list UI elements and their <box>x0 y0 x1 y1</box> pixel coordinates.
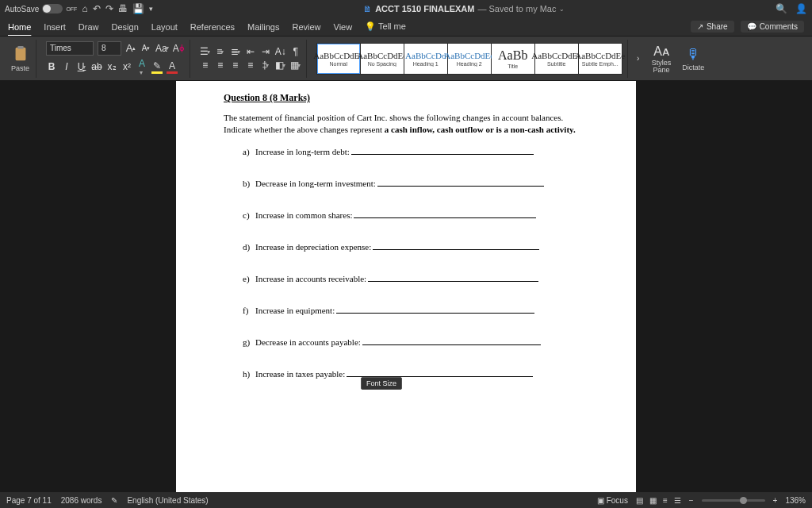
styles-more-button[interactable]: › <box>633 54 644 63</box>
question-item: a)Increase in long-term debt: <box>243 147 588 156</box>
toggle-switch[interactable] <box>42 4 63 13</box>
zoom-slider[interactable] <box>702 499 765 502</box>
comments-button[interactable]: 💬 Comments <box>741 21 804 33</box>
numbering-button[interactable]: ≡▾ <box>215 46 226 57</box>
tab-draw[interactable]: Draw <box>79 22 99 32</box>
style-chip-no-spacing[interactable]: AaBbCcDdEeNo Spacing <box>361 44 404 74</box>
borders-button[interactable]: ▦▾ <box>290 60 301 71</box>
zoom-out-button[interactable]: − <box>689 496 694 505</box>
styles-pane-icon: Aᴀ <box>653 44 669 59</box>
indent-left-button[interactable]: ⇤ <box>245 46 256 57</box>
page[interactable]: Question 8 (8 Marks) The statement of fi… <box>176 81 636 492</box>
zoom-in-button[interactable]: + <box>773 496 778 505</box>
bold-button[interactable]: B <box>46 61 57 72</box>
align-left-button[interactable]: ≡ <box>200 60 211 71</box>
document-title: 🗎 ACCT 1510 FINALEXAM — Saved to my Mac … <box>158 4 771 13</box>
indent-right-button[interactable]: ⇥ <box>260 46 271 57</box>
tab-mailings[interactable]: Mailings <box>247 22 279 32</box>
word-count[interactable]: 2086 words <box>61 496 102 505</box>
shrink-font-button[interactable]: A▾ <box>140 44 151 52</box>
justify-button[interactable]: ≡ <box>245 60 256 71</box>
word-doc-icon: 🗎 <box>363 4 372 13</box>
share-button[interactable]: ↗ Share <box>691 21 734 33</box>
question-heading: Question 8 (8 Marks) <box>224 92 588 104</box>
undo-icon[interactable]: ↶ <box>93 3 101 14</box>
shading-button[interactable]: ◧▾ <box>275 60 286 71</box>
web-layout-icon[interactable]: ▦ <box>649 496 657 505</box>
outline-icon[interactable]: ≡ <box>663 496 668 505</box>
grow-font-button[interactable]: A▴ <box>125 42 136 54</box>
chevron-down-icon[interactable]: ⌄ <box>559 6 565 13</box>
svg-rect-0 <box>15 48 25 61</box>
style-chip-normal[interactable]: AaBbCcDdEeNormal <box>317 44 360 74</box>
align-right-button[interactable]: ≡ <box>230 60 241 71</box>
text-effects-button[interactable]: A▾ <box>136 58 147 76</box>
strike-button[interactable]: ab <box>91 61 102 72</box>
tab-home[interactable]: Home <box>8 22 31 32</box>
bullets-button[interactable]: ☰▾ <box>200 46 211 57</box>
line-spacing-button[interactable]: ‡▾ <box>260 60 271 71</box>
tab-design[interactable]: Design <box>112 22 139 32</box>
question-item: c)Increase in common shares: <box>243 210 588 220</box>
tell-me[interactable]: 💡 Tell me <box>365 21 406 32</box>
print-layout-icon[interactable]: ▤ <box>636 496 643 505</box>
redo-icon[interactable]: ↷ <box>105 3 113 14</box>
page-indicator[interactable]: Page 7 of 11 <box>6 496 52 505</box>
underline-button[interactable]: U▾ <box>76 61 87 72</box>
focus-mode[interactable]: ▣ Focus <box>597 496 628 505</box>
document-canvas[interactable]: Question 8 (8 Marks) The statement of fi… <box>0 81 812 492</box>
spellcheck-icon[interactable]: ✎ <box>111 496 117 505</box>
sort-button[interactable]: A↓ <box>275 46 286 57</box>
draft-icon[interactable]: ☰ <box>674 496 681 505</box>
italic-button[interactable]: I <box>61 61 72 72</box>
question-items: a)Increase in long-term debt:b)Decrease … <box>224 147 588 379</box>
question-item: b)Decrease in long-term investment: <box>243 179 588 188</box>
ribbon: Paste A▴ A▾ Aa▾ Aϕ B I U▾ ab x₂ x² A▾ ✎ … <box>0 37 812 81</box>
status-bar: Page 7 of 11 2086 words ✎ English (Unite… <box>0 492 812 508</box>
change-case-button[interactable]: Aa▾ <box>155 43 169 54</box>
style-chip-heading-1[interactable]: AaBbCcDdHeading 1 <box>404 44 447 74</box>
styles-pane-button[interactable]: Aᴀ Styles Pane <box>649 44 675 74</box>
style-chip-subtitle[interactable]: AaBbCcDdEeSubtitle <box>535 44 578 74</box>
search-icon[interactable]: 🔍 <box>776 3 787 14</box>
account-icon[interactable]: 👤 <box>795 3 807 14</box>
autosave-state: OFF <box>66 6 77 12</box>
question-item: d)Increase in depreciation expense: <box>243 242 588 252</box>
dictate-button[interactable]: 🎙 Dictate <box>679 46 707 71</box>
font-name-select[interactable] <box>46 41 94 56</box>
style-chip-title[interactable]: AaBbTitle <box>492 44 534 74</box>
highlight-button[interactable]: ✎ <box>151 60 163 74</box>
print-icon[interactable]: 🖶 <box>118 3 128 14</box>
mic-icon: 🎙 <box>686 46 700 63</box>
svg-rect-1 <box>17 46 23 49</box>
superscript-button[interactable]: x² <box>121 61 132 72</box>
show-marks-button[interactable]: ¶ <box>290 46 301 57</box>
tooltip-font-size: Font Size <box>361 377 402 390</box>
home-icon[interactable]: ⌂ <box>82 3 87 14</box>
save-icon[interactable]: 💾 <box>132 3 144 14</box>
autosave-toggle[interactable]: AutoSave OFF <box>5 4 77 13</box>
qat-more-icon[interactable]: ▾ <box>149 5 153 13</box>
tab-review[interactable]: Review <box>292 22 320 32</box>
zoom-level[interactable]: 136% <box>785 496 806 505</box>
paste-button[interactable]: Paste <box>10 44 31 72</box>
language-indicator[interactable]: English (United States) <box>127 496 208 505</box>
tab-layout[interactable]: Layout <box>151 22 178 32</box>
question-item: e)Increase in accounts receivable: <box>243 274 588 283</box>
multilevel-button[interactable]: ≣▾ <box>230 46 241 57</box>
style-chip-heading-2[interactable]: AaBbCcDdEeHeading 2 <box>448 44 491 74</box>
style-chip-subtle-emph-[interactable]: AaBbCcDdEeSubtle Emph... <box>579 44 622 74</box>
tab-references[interactable]: References <box>190 22 235 32</box>
clear-format-button[interactable]: Aϕ <box>173 43 185 54</box>
font-size-select[interactable] <box>98 41 121 56</box>
tab-view[interactable]: View <box>334 22 353 32</box>
subscript-button[interactable]: x₂ <box>106 61 117 72</box>
clipboard-icon <box>12 44 29 64</box>
question-prompt: The statement of financial position of C… <box>224 112 588 136</box>
question-item: f)Increase in equipment: <box>243 306 588 315</box>
tab-insert[interactable]: Insert <box>44 22 66 32</box>
align-center-button[interactable]: ≡ <box>215 60 226 71</box>
font-color-button[interactable]: A <box>167 60 178 74</box>
ribbon-tabs: Home Insert Draw Design Layout Reference… <box>0 17 812 37</box>
styles-gallery[interactable]: AaBbCcDdEeNormalAaBbCcDdEeNo SpacingAaBb… <box>316 43 622 75</box>
